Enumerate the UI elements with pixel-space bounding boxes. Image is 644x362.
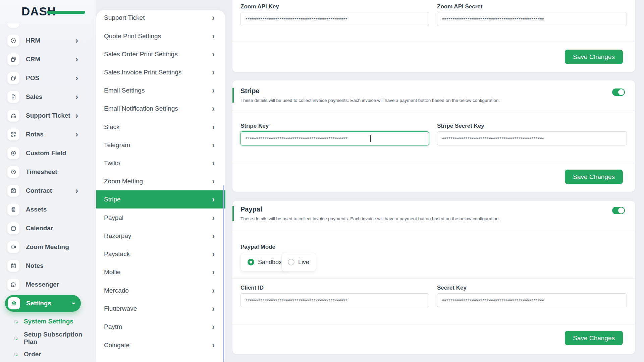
brand-logo[interactable]: DASH xyxy=(21,5,56,19)
paypal-mode-live-option[interactable]: Live xyxy=(281,253,316,272)
submenu-circle-icon xyxy=(13,352,18,357)
panel-scrollbar-thumb[interactable] xyxy=(223,185,224,362)
sidebar-item-label: Assets xyxy=(26,206,47,213)
settings-menu-item-mercado[interactable]: Mercado› xyxy=(96,282,225,300)
field-label: Secret Key xyxy=(437,285,627,291)
save-changes-button[interactable]: Save Changes xyxy=(565,331,623,345)
settings-menu-item-email-settings[interactable]: Email Settings› xyxy=(96,81,225,100)
plus-circle-icon xyxy=(10,150,16,156)
save-changes-button[interactable]: Save Changes xyxy=(565,50,623,64)
text-cursor xyxy=(370,135,371,142)
save-changes-button[interactable]: Save Changes xyxy=(565,170,623,184)
chevron-right-icon: › xyxy=(212,268,215,276)
stripe-key-input[interactable] xyxy=(240,131,429,145)
settings-menu-item-quote-print-settings[interactable]: Quote Print Settings› xyxy=(96,27,225,45)
pos-icon xyxy=(10,75,16,81)
sidebar-item-timesheet[interactable]: Timesheet xyxy=(0,163,96,181)
sidebar-item-support-ticket[interactable]: Support Ticket › xyxy=(0,106,96,125)
chevron-right-icon: › xyxy=(212,33,215,40)
settings-menu-item-mollie[interactable]: Mollie› xyxy=(96,263,225,281)
sidebar-item-messenger[interactable]: Messenger xyxy=(0,275,96,294)
sidebar-subitem-label: Order xyxy=(24,351,41,358)
sidebar-subitem-system-settings[interactable]: System Settings xyxy=(0,314,96,329)
sidebar-item-notes[interactable]: Notes xyxy=(0,256,96,275)
paypal-enabled-toggle[interactable] xyxy=(612,207,625,214)
chevron-right-icon: › xyxy=(212,87,215,95)
mode-option-label: Sandbox xyxy=(258,259,282,266)
divider xyxy=(232,42,635,42)
mode-option-label: Live xyxy=(298,259,309,266)
settings-menu-item-paypal[interactable]: Paypal› xyxy=(96,209,225,227)
settings-menu-item-sales-order-print-settings[interactable]: Sales Order Print Settings› xyxy=(96,45,225,63)
toggle-knob xyxy=(618,89,624,95)
field-label: Stripe Secret Key xyxy=(437,123,627,129)
sidebar-item-zoom-meeting[interactable]: Zoom Meeting xyxy=(0,238,96,256)
sidebar-item-label: Zoom Meeting xyxy=(26,243,69,251)
settings-menu-item-email-notification-settings[interactable]: Email Notification Settings› xyxy=(96,100,225,118)
submenu-circle-icon xyxy=(13,336,18,341)
sidebar-item-hrm[interactable]: HRM › xyxy=(0,31,96,50)
divider xyxy=(232,162,635,162)
chevron-right-icon: › xyxy=(212,196,215,203)
sidebar-item-label: CRM xyxy=(26,56,40,63)
chevron-right-icon: › xyxy=(212,160,215,167)
hrm-icon xyxy=(10,38,16,44)
settings-menu-item-coingate[interactable]: Coingate› xyxy=(96,336,225,354)
divider xyxy=(232,324,635,324)
zoom-settings-card: Zoom API Key Zoom API Secret Save Change… xyxy=(232,0,635,72)
settings-menu-item-paystack[interactable]: Paystack› xyxy=(96,245,225,263)
zoom-api-secret-input[interactable] xyxy=(437,12,627,26)
notes-icon xyxy=(10,263,16,269)
submenu-circle-icon xyxy=(13,319,18,324)
sidebar-item-assets[interactable]: Assets xyxy=(0,200,96,219)
sidebar-item-rotas[interactable]: Rotas › xyxy=(0,125,96,144)
paypal-client-id-input[interactable] xyxy=(240,293,429,307)
settings-menu-item-paytm[interactable]: Paytm› xyxy=(96,318,225,336)
calculator-icon xyxy=(10,206,16,213)
chevron-right-icon: › xyxy=(212,141,215,149)
sidebar-item-sales[interactable]: Sales › xyxy=(0,87,96,106)
settings-menu-item-sales-invoice-print-settings[interactable]: Sales Invoice Print Settings› xyxy=(96,63,225,81)
zoom-api-key-input[interactable] xyxy=(240,12,429,26)
sidebar-item-calendar[interactable]: Calendar xyxy=(0,219,96,238)
sidebar-item-label: Notes xyxy=(26,262,44,269)
settings-menu-item-telegram[interactable]: Telegram› xyxy=(96,136,225,154)
sidebar-item-custom-field[interactable]: Custom Field xyxy=(0,144,96,163)
settings-menu-item-slack[interactable]: Slack› xyxy=(96,118,225,136)
card-title: Stripe xyxy=(240,87,260,95)
sidebar-item-contract[interactable]: Contract › xyxy=(0,181,96,200)
green-accent-bar xyxy=(232,88,234,103)
chevron-down-icon: › xyxy=(69,302,78,304)
clock-icon xyxy=(10,169,16,175)
sidebar-item-label: Support Ticket xyxy=(26,112,70,119)
contract-icon xyxy=(10,188,16,194)
stripe-secret-key-input[interactable] xyxy=(437,131,627,145)
settings-menu-item-razorpay[interactable]: Razorpay› xyxy=(96,227,225,245)
chevron-right-icon: › xyxy=(212,250,215,258)
chevron-right-icon: › xyxy=(212,69,215,76)
sidebar-subitem-order[interactable]: Order xyxy=(0,347,96,362)
sidebar-item-label: Rotas xyxy=(26,131,44,138)
sidebar-item-pos[interactable]: POS › xyxy=(0,69,96,87)
sidebar-item-settings[interactable]: Settings › xyxy=(5,295,81,312)
divider xyxy=(232,111,635,111)
gear-icon xyxy=(11,300,17,306)
nav-item-partial xyxy=(7,23,19,28)
sidebar-item-label: Timesheet xyxy=(26,168,57,176)
sidebar-subitem-label: Setup Subscription Plan xyxy=(24,331,96,346)
settings-menu-item-support-ticket[interactable]: Support Ticket› xyxy=(96,10,225,27)
card-title: Paypal xyxy=(240,205,262,213)
settings-menu-item-stripe[interactable]: Stripe› xyxy=(96,190,225,208)
sidebar-item-label: HRM xyxy=(26,37,40,44)
stripe-enabled-toggle[interactable] xyxy=(612,88,625,96)
sidebar-item-crm[interactable]: CRM › xyxy=(0,50,96,69)
settings-menu-item-skrill[interactable]: Skrill xyxy=(96,360,225,362)
paypal-secret-key-input[interactable] xyxy=(437,293,627,307)
settings-menu-item-twilio[interactable]: Twilio› xyxy=(96,154,225,172)
settings-menu-item-flutterwave[interactable]: Flutterwave› xyxy=(96,300,225,318)
sidebar-subitem-setup-subscription-plan[interactable]: Setup Subscription Plan xyxy=(0,331,96,346)
paypal-settings-card: Paypal These details will be used to col… xyxy=(232,201,635,354)
settings-menu-item-zoom-metting[interactable]: Zoom Metting› xyxy=(96,172,225,190)
chevron-right-icon: › xyxy=(212,323,215,331)
settings-menu-panel: Support Ticket› Quote Print Settings› Sa… xyxy=(96,10,225,362)
